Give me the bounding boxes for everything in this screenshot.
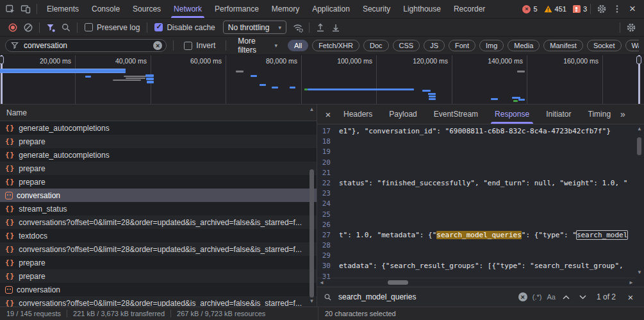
request-row[interactable]: {}prepare	[0, 175, 317, 189]
timeline-request-bar[interactable]	[0, 69, 126, 73]
tab-sources[interactable]: Sources	[126, 0, 167, 18]
scrollbar-thumb[interactable]	[388, 280, 408, 285]
clear-find-icon[interactable]: ×	[518, 292, 527, 301]
timeline-request-bar[interactable]	[517, 71, 525, 72]
close-find-bar-icon[interactable]: ×	[623, 290, 638, 304]
throttling-select[interactable]: No throttling ▾	[223, 21, 286, 34]
timeline-request-bar[interactable]	[113, 80, 141, 81]
timeline-request-bar[interactable]	[513, 100, 518, 102]
tab-lighthouse[interactable]: Lighthouse	[397, 0, 447, 18]
tab-recorder[interactable]: Recorder	[447, 0, 491, 18]
timeline-request-bar[interactable]	[236, 71, 244, 72]
network-conditions-icon[interactable]	[290, 20, 306, 35]
filter-type-media[interactable]: Media	[508, 40, 540, 51]
filter-type-socket[interactable]: Socket	[587, 40, 622, 51]
timeline-request-bar[interactable]	[85, 76, 91, 78]
issues-badge[interactable]: 3	[573, 5, 587, 13]
clear-filter-icon[interactable]: ×	[153, 41, 162, 50]
clear-network-log-button[interactable]	[21, 20, 36, 35]
find-input[interactable]	[337, 292, 513, 302]
close-detail-pane-icon[interactable]: ×	[321, 107, 335, 121]
request-row[interactable]: {}prepare	[0, 256, 317, 269]
find-next-icon[interactable]	[577, 289, 589, 305]
detail-tab-response[interactable]: Response	[493, 105, 531, 124]
tab-memory[interactable]: Memory	[265, 0, 306, 18]
inspect-element-icon[interactable]	[3, 1, 18, 17]
request-row[interactable]: conversation	[0, 283, 317, 296]
request-row[interactable]: {}conversations?offset=0&limit=28&order=…	[0, 242, 317, 256]
invert-filter-control[interactable]: Invert	[184, 41, 215, 50]
timeline-request-bar[interactable]	[491, 98, 498, 100]
filter-input-container[interactable]: ×	[5, 39, 167, 52]
more-filters-dropdown[interactable]: More filters ▾	[238, 37, 277, 55]
timeline-request-bar[interactable]	[428, 93, 436, 95]
filter-type-doc[interactable]: Doc	[363, 40, 389, 51]
scroll-up-icon[interactable]: ▲	[638, 126, 641, 132]
request-row[interactable]: {}generate_autocompletions	[0, 121, 317, 135]
timeline-request-bar[interactable]	[260, 84, 266, 86]
import-har-icon[interactable]	[313, 20, 328, 35]
tab-console[interactable]: Console	[85, 0, 126, 18]
detail-tab-payload[interactable]: Payload	[388, 105, 418, 124]
response-vertical-scrollbar[interactable]: ▲ ▼	[636, 126, 643, 276]
filter-type-wasm[interactable]: Wasm	[625, 40, 640, 51]
scroll-down-icon[interactable]: ▼	[638, 269, 641, 276]
response-source[interactable]: 17e1"}, "conversation_id": "69008811-c6b…	[317, 124, 644, 287]
scroll-left-icon[interactable]: ◀	[317, 280, 326, 285]
scroll-up-icon[interactable]: ▲	[310, 106, 315, 113]
timeline-request-bar[interactable]	[429, 98, 436, 100]
request-list-scrollbar[interactable]: ▲ ▼	[308, 106, 316, 305]
scroll-down-icon[interactable]: ▼	[310, 298, 315, 305]
filter-input[interactable]	[22, 40, 149, 51]
toggle-device-toolbar-icon[interactable]	[18, 1, 33, 17]
more-options-icon[interactable]	[609, 1, 625, 17]
filter-type-img[interactable]: Img	[479, 40, 504, 51]
name-column-header[interactable]: Name	[0, 105, 317, 121]
timeline-request-bar[interactable]	[124, 76, 146, 77]
request-row[interactable]: {}generate_autocompletions	[0, 148, 317, 162]
network-filter-toggle-icon[interactable]	[43, 20, 58, 35]
error-badge[interactable]: × 5	[522, 5, 537, 13]
filter-type-manifest[interactable]: Manifest	[543, 40, 583, 51]
tab-application[interactable]: Application	[306, 0, 356, 18]
record-network-log-button[interactable]	[5, 20, 21, 35]
timeline-overview[interactable]: 20,000 ms40,000 ms60,000 ms80,000 ms100,…	[0, 55, 644, 105]
disable-cache-control[interactable]: Disable cache	[154, 23, 215, 32]
filter-type-font[interactable]: Font	[449, 40, 475, 51]
detail-tab-eventstream[interactable]: EventStream	[433, 105, 479, 124]
timeline-request-bar[interactable]	[251, 75, 257, 77]
detail-tab-headers[interactable]: Headers	[342, 105, 374, 124]
regex-toggle[interactable]: (.*)	[533, 293, 542, 301]
disable-cache-checkbox[interactable]	[154, 23, 163, 31]
request-row[interactable]: {}prepare	[0, 135, 317, 148]
case-sensitive-toggle[interactable]: Aa	[547, 293, 556, 301]
invert-checkbox[interactable]	[184, 42, 192, 50]
tab-performance[interactable]: Performance	[208, 0, 265, 18]
timeline-request-bar[interactable]	[145, 74, 154, 77]
filter-type-all[interactable]: All	[288, 40, 308, 51]
request-row[interactable]: {}conversations?offset=0&limit=28&order=…	[0, 296, 317, 307]
filter-type-js[interactable]: JS	[424, 40, 445, 51]
overview-handle-right[interactable]	[638, 55, 640, 104]
timeline-request-bar[interactable]	[126, 78, 145, 79]
timeline-request-bar[interactable]	[518, 99, 525, 101]
request-row[interactable]: {}prepare	[0, 269, 317, 283]
network-search-icon[interactable]	[58, 20, 74, 35]
detail-tab-timing[interactable]: Timing	[587, 105, 613, 124]
close-devtools-icon[interactable]: ×	[625, 1, 640, 17]
request-row[interactable]: conversation	[0, 189, 317, 202]
scrollbar-thumb[interactable]	[637, 137, 641, 155]
filter-type-css[interactable]: CSS	[393, 40, 420, 51]
request-row[interactable]: {}prepare	[0, 162, 317, 175]
overview-handle-left[interactable]	[1, 55, 3, 104]
preserve-log-control[interactable]: Preserve log	[85, 23, 140, 32]
timeline-request-bar[interactable]	[146, 78, 154, 80]
settings-gear-icon[interactable]	[594, 1, 609, 17]
preserve-log-checkbox[interactable]	[85, 23, 93, 31]
scrollbar-thumb[interactable]	[310, 169, 314, 298]
detail-tab-initiator[interactable]: Initiator	[545, 105, 572, 124]
tab-security[interactable]: Security	[356, 0, 397, 18]
timeline-request-bar[interactable]	[147, 81, 154, 83]
export-har-icon[interactable]	[328, 20, 343, 35]
timeline-request-bar[interactable]	[272, 87, 278, 88]
